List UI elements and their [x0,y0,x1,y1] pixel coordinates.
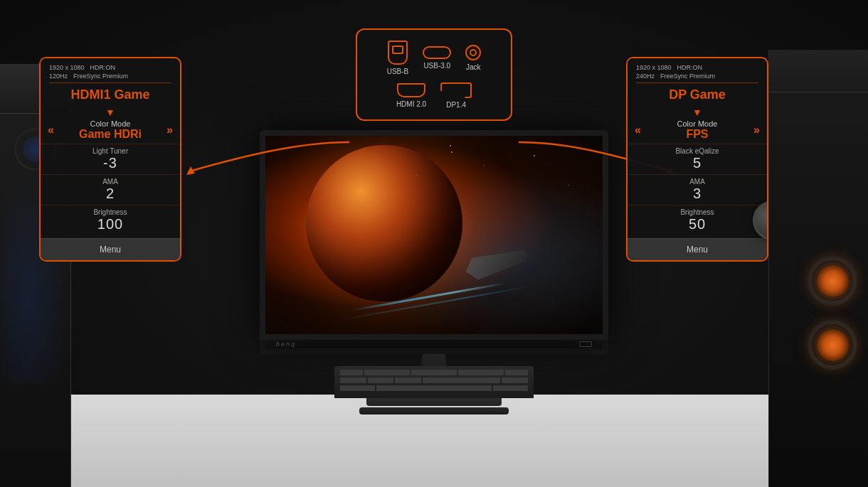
left-brightness-section: Brightness 100 [41,205,180,235]
left-divider-top [49,82,171,83]
left-ama-section: AMA 2 [41,174,180,205]
monitor-brand-label: BenQ [276,341,296,348]
right-arrow-right[interactable]: » [753,124,760,137]
port-dp: DP1.4 [440,82,472,109]
left-color-mode-row: « Color Mode Game HDRi » [41,119,180,144]
right-osd-panel: 1920 x 1080 HDR:ON 240Hz FreeSync Premiu… [626,57,768,262]
right-color-mode-row: « Color Mode FPS » [628,119,767,144]
monitor-screen [260,130,608,340]
port-usb-30: USB-3.0 [423,46,451,70]
left-osd-header: 1920 x 1080 HDR:ON 120Hz FreeSync Premiu… [41,58,180,82]
left-light-tuner-section: Light Tuner -3 [41,144,180,174]
right-osd-title: DP Game [628,83,767,107]
brightness-knob[interactable] [753,201,768,240]
keyboard [334,366,534,398]
right-down-arrow: ▼ [628,107,767,119]
right-panel-notch-left [626,154,628,165]
right-pc-tower [768,50,868,487]
port-usb-b: USB-B [387,41,409,75]
left-menu-button[interactable]: Menu [41,238,180,260]
speaker-ring-1 [808,256,857,306]
right-divider-top [636,82,758,83]
right-arrow-left[interactable]: « [635,124,641,137]
speaker-ring-2 [808,320,857,370]
right-ama-section: AMA 3 [628,174,767,205]
left-arrow-left[interactable]: « [48,124,54,137]
left-specs-row1: 1920 x 1080 HDR:ON [49,64,171,71]
port-jack: Jack [465,45,481,71]
port-row-top: USB-B USB-3.0 Jack [387,41,482,75]
left-arrow-right[interactable]: » [166,124,173,137]
left-osd-panel: 1920 x 1080 HDR:ON 120Hz FreeSync Premiu… [39,57,181,262]
right-brightness-section: Brightness 50 [628,205,767,235]
left-down-arrow: ▼ [41,107,180,119]
right-specs-row2: 240Hz FreeSync Premium [636,73,758,80]
left-panel-notch-right [180,154,181,165]
right-panel-notch-right [767,154,768,165]
right-specs-row1: 1920 x 1080 HDR:ON [636,64,758,71]
port-panel: USB-B USB-3.0 Jack HDMI 2.0 DP1.4 [356,28,512,121]
left-specs-row2: 120Hz FreeSync Premium [49,73,171,80]
right-osd-header: 1920 x 1080 HDR:ON 240Hz FreeSync Premiu… [628,58,767,82]
right-black-eq-section: Black eQalize 5 [628,144,767,174]
left-panel-notch-left [39,154,41,165]
right-menu-button[interactable]: Menu [628,238,767,260]
port-row-bottom: HDMI 2.0 DP1.4 [396,82,472,109]
port-hdmi: HDMI 2.0 [396,83,426,108]
left-osd-title: HDMI1 Game [41,83,180,107]
